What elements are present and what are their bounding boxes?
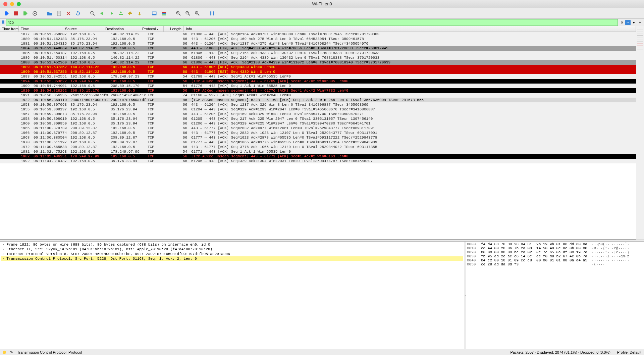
svg-line-9 — [93, 14, 95, 15]
packet-row[interactable]: 188606:10:51.450314192.168.0.5140.82.114… — [0, 55, 636, 60]
packet-row[interactable]: 195806:10:59.808910192.168.0.535.176.23.… — [0, 116, 636, 121]
svg-rect-15 — [162, 12, 166, 13]
packet-row[interactable]: 198206:11:02.486251178.249.97.99192.168.… — [0, 154, 636, 159]
packet-list[interactable]: Time frame.time No. Time Source Destinat… — [0, 26, 636, 240]
packet-row[interactable]: 195506:10:59.808137192.168.0.535.176.23.… — [0, 107, 636, 112]
apply-filter-button[interactable]: → — [625, 20, 631, 25]
hex-row[interactable]: 004004 c2 80 10 01 09 cc c8 00 00 01 01 … — [467, 258, 643, 262]
packet-row[interactable]: 196806:11:00.380504192.168.0.5208.89.12.… — [0, 135, 636, 140]
packet-row[interactable]: 188406:10:51.449869140.82.114.22192.168.… — [0, 46, 636, 51]
packet-row[interactable]: 187706:10:51.058607192.168.0.5140.82.114… — [0, 32, 636, 37]
go-back-button[interactable] — [98, 9, 106, 17]
status-packets: Packets: 2557 · Displayed: 2074 (81.1%) … — [510, 350, 610, 354]
packet-row[interactable]: 195306:10:59.80796335.176.23.94192.168.0… — [0, 102, 636, 107]
bookmark-filter-icon[interactable] — [0, 19, 6, 26]
start-capture-button[interactable] — [3, 9, 11, 17]
zoom-window-button[interactable] — [17, 2, 21, 6]
resize-columns-button[interactable] — [208, 9, 216, 17]
packet-row[interactable]: 188106:10:51.16431535.176.23.94192.168.0… — [0, 41, 636, 46]
col-protocol[interactable]: Protocol ▴ — [140, 26, 164, 32]
svg-line-21 — [179, 14, 180, 15]
packet-row[interactable]: 189306:10:52.342551192.168.0.5178.249.97… — [0, 74, 636, 79]
tree-row[interactable]: › Internet Protocol Version 6, Src: 2a00… — [1, 252, 463, 256]
packet-row[interactable]: 196506:11:00.379739208.89.12.87192.168.0… — [0, 126, 636, 131]
go-first-button[interactable] — [126, 9, 134, 17]
packet-row[interactable]: 197006:11:00.511197192.168.0.5208.89.12.… — [0, 140, 636, 145]
packet-row[interactable]: 192106:10:56.3563352a02:c7c:650a:df0…2a0… — [0, 93, 636, 98]
col-destination[interactable]: Destination — [103, 26, 140, 32]
restart-capture-button[interactable] — [21, 9, 30, 17]
packet-minimap[interactable] — [636, 26, 644, 240]
capture-options-button[interactable] — [31, 9, 39, 17]
colorize-button[interactable] — [160, 9, 168, 17]
svg-point-8 — [91, 11, 93, 14]
hex-row[interactable]: 0000f4 d4 88 70 30 28 04 81 9b 19 9b 01 … — [467, 242, 643, 246]
hex-row[interactable]: 0010cd 44 00 20 06 7b 2a 00 14 50 40 0c … — [467, 246, 643, 250]
tree-row[interactable]: › Frame 1922: 86 bytes on wire (688 bits… — [1, 242, 463, 247]
hex-row[interactable]: 0030fb 95 ad 2e ae c6 14 6c ee f0 d8 b2 … — [467, 254, 643, 258]
packet-row[interactable]: 190906:10:54.744901192.168.0.5208.89.15.… — [0, 84, 636, 88]
go-last-button[interactable] — [136, 9, 144, 17]
status-ready-icon — [3, 351, 6, 354]
status-bar: ✎ Transmission Control Protocol: Protoco… — [0, 349, 644, 355]
packet-row[interactable]: 199206:11:04.316437192.168.0.535.176.23.… — [0, 159, 636, 163]
go-to-packet-button[interactable] — [117, 9, 125, 17]
packet-row[interactable]: 188506:10:51.450187192.168.0.5140.82.114… — [0, 51, 636, 55]
save-file-button[interactable] — [55, 9, 63, 17]
main-toolbar: 1 — [0, 8, 644, 19]
zoom-in-button[interactable] — [174, 9, 182, 17]
packet-row[interactable]: 189006:10:51.537356140.82.114.22192.168.… — [0, 69, 636, 74]
svg-text:1: 1 — [196, 12, 197, 14]
svg-rect-0 — [14, 11, 18, 15]
open-file-button[interactable] — [46, 9, 54, 17]
packet-row[interactable]: 197206:11:00.665538208.89.12.87192.168.0… — [0, 145, 636, 149]
packet-row[interactable]: 188906:10:51.537352140.82.114.22192.168.… — [0, 65, 636, 69]
packet-bytes-pane[interactable]: 0000f4 d4 88 70 30 28 04 81 9b 19 9b 01 … — [466, 242, 644, 349]
go-forward-button[interactable] — [107, 9, 115, 17]
add-filter-button[interactable]: + — [637, 20, 643, 25]
packet-list-header[interactable]: Time frame.time No. Time Source Destinat… — [0, 26, 636, 32]
svg-point-2 — [34, 13, 36, 14]
tree-row[interactable]: › Ethernet II, Src: SkyUk_19:9b:01 (04:8… — [1, 247, 463, 252]
packet-row[interactable]: 191006:10:54.828292208.89.15.170192.168.… — [0, 88, 636, 93]
filter-history-button[interactable]: ▾ — [631, 20, 637, 25]
col-frame-time[interactable]: Time frame.time — [0, 26, 19, 32]
stop-capture-button[interactable] — [12, 9, 20, 17]
find-packet-button[interactable] — [89, 9, 97, 17]
packet-row[interactable]: 188806:10:51.452360192.168.0.5140.82.114… — [0, 60, 636, 65]
svg-rect-14 — [152, 14, 156, 15]
titlebar: Wi-Fi: en0 — [0, 0, 644, 8]
filter-bar: ✕ → ▾ + — [0, 19, 644, 26]
zoom-out-button[interactable] — [184, 9, 192, 17]
clear-filter-button[interactable]: ✕ — [619, 20, 625, 25]
minimize-window-button[interactable] — [10, 2, 14, 6]
expert-info-icon[interactable]: ✎ — [10, 350, 13, 354]
zoom-reset-button[interactable]: 1 — [193, 9, 201, 17]
hex-row[interactable]: 0050ce 28 ad da 8d f3·(···· — [467, 262, 643, 266]
display-filter-input[interactable] — [6, 19, 618, 26]
col-info[interactable]: Info — [184, 26, 636, 32]
auto-scroll-button[interactable] — [150, 9, 158, 17]
col-time[interactable]: Time — [19, 26, 63, 32]
status-profile[interactable]: Profile: Default — [617, 350, 641, 354]
close-file-button[interactable] — [64, 9, 72, 17]
close-window-button[interactable] — [3, 2, 7, 6]
status-protocol: Transmission Control Protocol: Protocol — [17, 350, 82, 354]
packet-row[interactable]: 196606:11:00.379774208.89.12.87192.168.0… — [0, 131, 636, 135]
packet-row[interactable]: 195706:10:59.80887335.176.23.94192.168.0… — [0, 112, 636, 116]
hex-row[interactable]: 002000 00 00 00 00 bc 2a 02 0c 7c 65 0a … — [467, 250, 643, 254]
window-title: Wi-Fi: en0 — [312, 1, 332, 6]
packet-row[interactable]: 196006:10:59.809950192.168.0.535.176.23.… — [0, 121, 636, 126]
packet-row[interactable]: 189406:10:52.353622178.249.97.23192.168.… — [0, 79, 636, 84]
reload-file-button[interactable] — [74, 9, 82, 17]
svg-rect-10 — [119, 14, 123, 15]
packet-details-tree[interactable]: › Frame 1922: 86 bytes on wire (688 bits… — [0, 242, 464, 349]
col-length[interactable]: Length — [164, 26, 184, 32]
packet-row[interactable]: 188006:10:51.16218335.176.23.94192.168.0… — [0, 37, 636, 41]
packet-row[interactable]: 198106:11:02.475263192.168.0.5178.249.97… — [0, 149, 636, 154]
packet-row[interactable]: 192206:10:56.3694102a00:1450:400c:c…2a02… — [0, 98, 636, 102]
col-source[interactable]: Source — [63, 26, 103, 32]
svg-line-24 — [188, 14, 190, 15]
tree-row[interactable]: › Transmission Control Protocol, Src Por… — [1, 256, 463, 261]
svg-rect-16 — [162, 13, 166, 14]
